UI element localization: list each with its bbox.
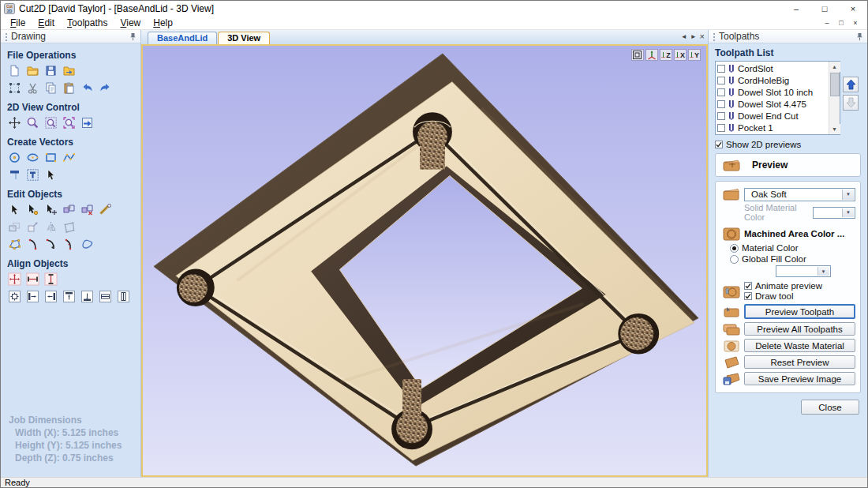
- select-icon[interactable]: [7, 202, 22, 217]
- distort-icon[interactable]: [62, 220, 77, 235]
- panel-grip[interactable]: [713, 32, 716, 41]
- align-left-icon[interactable]: [25, 289, 40, 304]
- y-view-icon[interactable]: Y: [688, 49, 701, 61]
- align-top-icon[interactable]: [62, 289, 77, 304]
- copy-icon[interactable]: [43, 81, 58, 96]
- solid-material-color-select[interactable]: ▼: [813, 207, 855, 219]
- minimize-button[interactable]: –: [782, 1, 810, 16]
- menu-toolpaths[interactable]: Toolpaths: [61, 17, 114, 29]
- align-center-v-icon[interactable]: [43, 272, 58, 287]
- undo-icon[interactable]: [80, 81, 95, 96]
- tab-3d-view[interactable]: 3D View: [218, 32, 270, 44]
- draw-text-icon[interactable]: [7, 167, 22, 182]
- close-preview-button[interactable]: Close: [801, 400, 859, 415]
- node-edit-cursor-icon[interactable]: [25, 202, 40, 217]
- align-center-h-icon[interactable]: [25, 272, 40, 287]
- cut-icon[interactable]: [25, 81, 40, 96]
- material-select[interactable]: Oak Soft ▼: [744, 188, 855, 201]
- toolpath-list[interactable]: CordSlot CordHoleBig Dowel Slot 10 inch: [715, 61, 840, 135]
- list-scrollbar[interactable]: ▲ ▼: [829, 62, 840, 134]
- material-color-radio-row[interactable]: Material Color: [730, 243, 855, 253]
- animate-preview-checkbox[interactable]: [744, 282, 752, 290]
- toolpaths-panel-header[interactable]: Toolpaths: [709, 30, 867, 43]
- offset-icon[interactable]: [7, 220, 22, 235]
- scroll-thumb[interactable]: [830, 73, 840, 96]
- tab-next-icon[interactable]: ►: [690, 33, 697, 40]
- save-file-icon[interactable]: [43, 63, 58, 78]
- show-2d-previews-checkbox[interactable]: [715, 141, 723, 148]
- edit-nodes-icon[interactable]: [7, 237, 22, 252]
- import-vectors-icon[interactable]: [62, 63, 77, 78]
- draw-polyline-icon[interactable]: [62, 150, 77, 165]
- global-fill-color-select[interactable]: ▼: [776, 265, 831, 277]
- animate-preview-row[interactable]: Animate preview: [744, 281, 855, 291]
- zoom-extents-icon[interactable]: [62, 115, 77, 130]
- fit-arc-icon[interactable]: [25, 237, 40, 252]
- 3d-viewport[interactable]: Z X Y: [141, 44, 708, 477]
- pan-icon[interactable]: [7, 115, 22, 130]
- new-file-icon[interactable]: [7, 63, 22, 78]
- move-toolpath-down-button[interactable]: [843, 95, 859, 111]
- scroll-down-icon[interactable]: ▼: [829, 124, 840, 134]
- group-icon[interactable]: [62, 202, 77, 217]
- draw-ellipse-icon[interactable]: [25, 150, 40, 165]
- save-preview-image-button[interactable]: Save Preview Image: [744, 372, 855, 385]
- mdi-close-button[interactable]: ×: [848, 19, 862, 27]
- align-inside-icon[interactable]: [7, 289, 22, 304]
- mdi-restore-button[interactable]: □: [834, 19, 848, 27]
- export-selection-icon[interactable]: [7, 81, 22, 96]
- title-bar[interactable]: Cut 2D Cut2D [David Taylor] - [BaseAndLi…: [1, 1, 867, 16]
- show-2d-previews[interactable]: Show 2D previews: [715, 140, 861, 149]
- tab-prev-icon[interactable]: ◄: [681, 33, 687, 40]
- pin-icon[interactable]: [129, 32, 137, 41]
- pin-icon[interactable]: [856, 32, 863, 41]
- preview-all-toolpaths-button[interactable]: Preview All Toolpaths: [744, 322, 855, 336]
- mirror-icon[interactable]: [43, 220, 58, 235]
- drawing-panel-header[interactable]: Drawing: [1, 30, 140, 43]
- panel-grip[interactable]: [5, 32, 8, 41]
- draw-circle-icon[interactable]: [7, 150, 22, 165]
- draw-tool-checkbox[interactable]: [744, 292, 752, 300]
- tab-close-icon[interactable]: ×: [700, 32, 705, 41]
- toolpath-item[interactable]: CordHoleBig: [717, 74, 828, 86]
- global-fill-color-radio[interactable]: [730, 255, 739, 264]
- toolpath-item[interactable]: Dowel End Cut: [717, 110, 828, 122]
- maximize-button[interactable]: □: [810, 1, 839, 16]
- zoom-box-icon[interactable]: [43, 115, 58, 130]
- draw-text-box-icon[interactable]: [25, 167, 40, 182]
- align-bottom-icon[interactable]: [80, 289, 95, 304]
- reset-preview-button[interactable]: Reset Preview: [744, 355, 855, 369]
- z-view-icon[interactable]: Z: [660, 49, 672, 61]
- menu-edit[interactable]: Edit: [32, 17, 61, 29]
- menu-help[interactable]: Help: [147, 17, 179, 29]
- toolpath-checkbox[interactable]: [717, 77, 725, 84]
- join-vectors-icon[interactable]: [80, 237, 95, 252]
- menu-view[interactable]: View: [114, 17, 147, 29]
- move-cursor-icon[interactable]: [43, 202, 58, 217]
- move-toolpath-up-button[interactable]: [843, 77, 859, 92]
- menu-file[interactable]: File: [4, 17, 32, 29]
- select-cursor-icon[interactable]: [43, 167, 58, 182]
- toolpath-checkbox[interactable]: [717, 88, 725, 96]
- toolpath-checkbox[interactable]: [717, 100, 725, 108]
- draw-rectangle-icon[interactable]: [43, 150, 58, 165]
- material-color-radio[interactable]: [730, 244, 739, 253]
- toolpath-checkbox[interactable]: [717, 124, 725, 132]
- ungroup-icon[interactable]: [80, 202, 95, 217]
- open-file-icon[interactable]: [25, 63, 40, 78]
- align-right-icon[interactable]: [43, 289, 58, 304]
- fit-bezier-icon[interactable]: [62, 237, 77, 252]
- scroll-up-icon[interactable]: ▲: [829, 62, 840, 72]
- toolpath-item[interactable]: Dowel Slot 4.475: [717, 98, 828, 110]
- delete-waste-material-button[interactable]: Delete Waste Material: [744, 339, 855, 352]
- switch-view-icon[interactable]: [80, 115, 95, 130]
- align-center-icon[interactable]: [7, 272, 22, 287]
- toolpath-item[interactable]: Dowel Slot 10 inch: [717, 86, 828, 98]
- isometric-view-icon[interactable]: [645, 49, 658, 61]
- scale-icon[interactable]: [25, 220, 40, 235]
- x-view-icon[interactable]: X: [674, 49, 687, 61]
- align-h-edge-icon[interactable]: [98, 289, 113, 304]
- measure-icon[interactable]: [98, 202, 113, 217]
- paste-icon[interactable]: [62, 81, 77, 96]
- preview-toolpath-button[interactable]: Preview Toolpath: [744, 304, 855, 319]
